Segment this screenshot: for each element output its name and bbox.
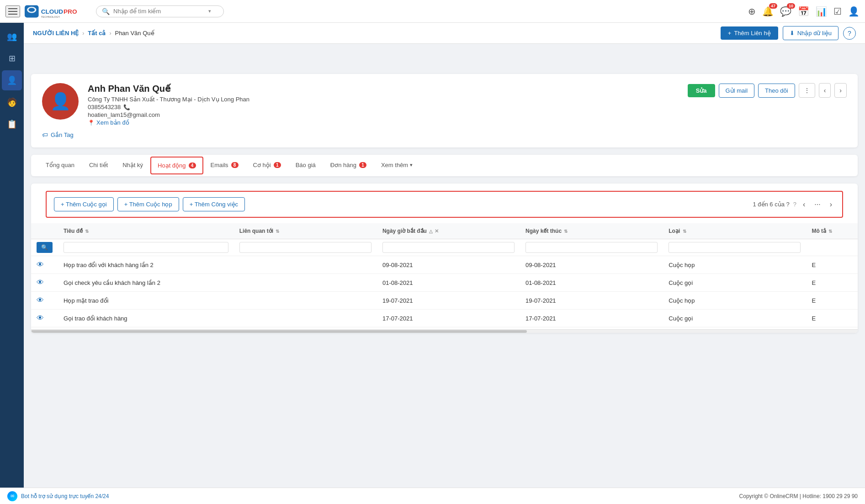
view-icon[interactable]: 👁	[37, 261, 44, 268]
sidebar-item-contacts-main[interactable]: 👥	[2, 26, 22, 47]
view-icon[interactable]: 👁	[37, 296, 44, 304]
contact-fullname: Phan Văn Quế	[108, 84, 170, 94]
filter-lien-quan-input[interactable]	[239, 242, 371, 253]
pagination-prev-button[interactable]: ‹	[800, 200, 808, 210]
next-contact-button[interactable]: ›	[834, 83, 847, 98]
tab-emails[interactable]: Emails 8	[203, 155, 246, 176]
add-meeting-button[interactable]: + Thêm Cuộc họp	[117, 197, 179, 211]
add-task-button[interactable]: + Thêm Công việc	[183, 197, 245, 211]
breadcrumb-level1[interactable]: Tất cả	[88, 30, 106, 37]
sort-icon-5[interactable]: ⇅	[683, 229, 686, 234]
row-type-cell: Cuộc họp	[663, 256, 806, 274]
person-icon: 👤	[7, 75, 17, 85]
checklist-button[interactable]: ☑	[833, 6, 842, 17]
breadcrumb-bar: NGƯỜI LIÊN HỆ › Tất cả › Phan Văn Quế + …	[24, 23, 865, 44]
user-profile-button[interactable]: 👤	[848, 6, 860, 17]
row-icon-cell: 👁	[31, 256, 58, 274]
phone-number: 0385543238	[88, 104, 121, 110]
footer-copyright-text: Copyright © OnlineCRM | Hotline: 1900 29…	[739, 493, 858, 499]
add-contact-button[interactable]: + Thêm Liên hệ	[721, 26, 778, 40]
sidebar-item-person[interactable]: 👤	[2, 70, 22, 90]
pagination-next-button[interactable]: ›	[827, 200, 835, 210]
horizontal-scrollbar[interactable]	[31, 329, 858, 333]
table-header-row: Tiêu đề ⇅ Liên quan tới ⇅ Ngày giờ bắt đ…	[31, 223, 858, 239]
sort-icon-6[interactable]: ⇅	[828, 229, 832, 234]
row-start-date: 01-08-2021	[382, 279, 413, 286]
avatar-icon: 👤	[50, 92, 71, 111]
main-content: 👤 Anh Phan Văn Quế Công Ty TNHH Sản Xuất…	[24, 67, 865, 504]
table-body: 👁 Họp trao đổi với khách hàng lần 2 09-0…	[31, 256, 858, 327]
tag-icon: 🏷	[42, 131, 48, 138]
tab-nhat-ky[interactable]: Nhật ký	[115, 155, 150, 176]
contact-header: 👤 Anh Phan Văn Quế Công Ty TNHH Sản Xuất…	[42, 83, 847, 126]
footer-support-text: Bot hỗ trợ sử dụng trực tuyến 24/24	[21, 493, 109, 499]
filter-loai-cell	[663, 239, 806, 256]
tab-xem-them[interactable]: Xem thêm ▾	[374, 155, 420, 176]
activity-section: + Thêm Cuộc gọi + Thêm Cuộc họp + Thêm C…	[31, 184, 858, 333]
chart-button[interactable]: 📊	[816, 6, 827, 17]
prev-contact-button[interactable]: ‹	[819, 83, 831, 98]
search-submit-button[interactable]: 🔍	[37, 242, 53, 253]
add-tag-button[interactable]: Gắn Tag	[51, 131, 74, 138]
tab-bao-gia-label: Báo giá	[296, 162, 316, 168]
row-type: Cuộc gọi	[669, 315, 693, 322]
help-button[interactable]: ?	[843, 27, 856, 40]
breadcrumb-root[interactable]: NGƯỜI LIÊN HỆ	[33, 30, 79, 37]
map-link[interactable]: 📍 Xem bản đồ	[88, 119, 679, 126]
row-end-date: 09-08-2021	[525, 262, 556, 268]
notification-button[interactable]: 🔔 47	[762, 6, 774, 17]
tab-co-hoi[interactable]: Cơ hội 1	[246, 155, 288, 176]
tab-co-hoi-badge: 1	[274, 162, 281, 168]
grid-icon: ⊞	[9, 53, 16, 63]
pagination-more-button[interactable]: ···	[812, 200, 823, 210]
activity-toolbar: + Thêm Cuộc gọi + Thêm Cuộc họp + Thêm C…	[46, 191, 843, 218]
row-start-date-cell: 19-07-2021	[377, 292, 520, 310]
more-options-button[interactable]: ⋮	[799, 83, 815, 98]
tab-bao-gia[interactable]: Báo giá	[288, 155, 323, 176]
tab-don-hang[interactable]: Đơn hàng 1	[323, 155, 374, 176]
contact-card: 👤 Anh Phan Văn Quế Công Ty TNHH Sản Xuất…	[31, 74, 858, 147]
import-label: Nhập dữ liệu	[797, 30, 832, 37]
filter-tieu-de-input[interactable]	[64, 242, 228, 253]
view-icon[interactable]: 👁	[37, 314, 44, 322]
tab-chi-tiet[interactable]: Chi tiết	[82, 155, 115, 176]
add-call-button[interactable]: + Thêm Cuộc gọi	[54, 197, 114, 211]
filter-end-date-input[interactable]	[525, 242, 658, 253]
row-desc-cell: E	[806, 256, 858, 274]
tag-area: 🏷 Gắn Tag	[42, 131, 847, 138]
sort-icon-2[interactable]: ⇅	[276, 229, 279, 234]
row-desc-cell: E	[806, 292, 858, 310]
sort-icon[interactable]: ⇅	[85, 229, 89, 234]
follow-button[interactable]: Theo dõi	[758, 84, 795, 98]
send-email-button[interactable]: Gửi mail	[719, 84, 754, 98]
sort-icon-4[interactable]: ⇅	[564, 229, 568, 234]
search-bar[interactable]: 🔍 ▾	[96, 5, 224, 17]
filter-start-date-input[interactable]	[382, 242, 515, 253]
tab-tong-quan[interactable]: Tổng quan	[38, 155, 82, 176]
row-related-cell	[234, 310, 377, 327]
col-ngay-ket-thuc-label: Ngày kết thúc	[525, 228, 562, 234]
import-button[interactable]: ⬇ Nhập dữ liệu	[783, 26, 838, 40]
table-header: Tiêu đề ⇅ Liên quan tới ⇅ Ngày giờ bắt đ…	[31, 223, 858, 256]
sidebar-item-document[interactable]: 📋	[2, 114, 22, 134]
add-button[interactable]: ⊕	[748, 6, 756, 17]
row-type: Cuộc gọi	[669, 279, 693, 286]
sidebar-item-users[interactable]: 🧑	[2, 92, 22, 112]
edit-button[interactable]: Sửa	[688, 84, 715, 97]
svg-text:PRO: PRO	[64, 8, 77, 15]
tab-hoat-dong[interactable]: Hoạt động 4	[150, 157, 203, 174]
menu-toggle-button[interactable]	[5, 5, 20, 17]
sort-icon-3[interactable]: △	[429, 229, 433, 234]
table-row: 👁 Họp mặt trao đổi 19-07-2021 19-07-2021	[31, 292, 858, 310]
message-button[interactable]: 💬 10	[780, 6, 791, 17]
row-end-date-cell: 09-08-2021	[520, 256, 663, 274]
search-input[interactable]	[113, 8, 205, 15]
close-filter-icon[interactable]: ✕	[435, 228, 439, 234]
calendar-button[interactable]: 📅	[798, 6, 809, 17]
sidebar-item-grid[interactable]: ⊞	[2, 48, 22, 68]
tab-chi-tiet-label: Chi tiết	[89, 162, 108, 168]
filter-loai-input[interactable]	[669, 242, 801, 253]
row-end-date: 17-07-2021	[525, 315, 556, 322]
view-icon[interactable]: 👁	[37, 278, 44, 286]
row-start-date-cell: 09-08-2021	[377, 256, 520, 274]
